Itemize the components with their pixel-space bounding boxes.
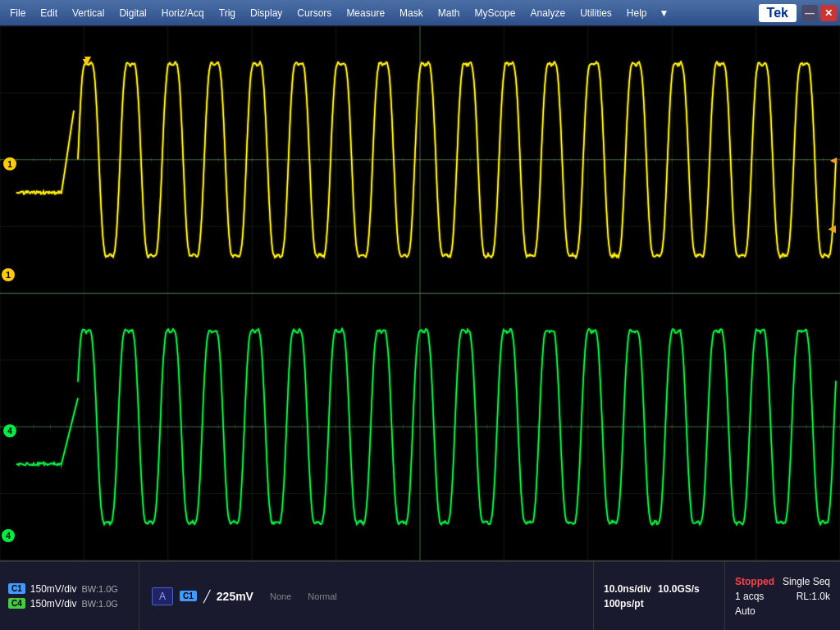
- trigger-marker: ▼: [82, 52, 94, 66]
- menu-measure[interactable]: Measure: [340, 5, 391, 21]
- ch1-badge: C1: [8, 583, 25, 594]
- trigger-edge-icon: ╱: [203, 590, 210, 603]
- channel-info-section: C1 150mV/div BW:1.0G C4 150mV/div BW:1.0…: [0, 562, 139, 630]
- menu-digital[interactable]: Digital: [112, 5, 153, 21]
- trigger-source-badge: C1: [180, 591, 197, 601]
- waveform-canvas[interactable]: [0, 26, 840, 560]
- acq-status-row: Stopped Single Seq: [735, 576, 830, 587]
- acq-count-row: 1 acqs RL:1.0k: [735, 591, 830, 602]
- titlebar: File Edit Vertical Digital Horiz/Acq Tri…: [0, 0, 840, 26]
- acq-status: Stopped: [735, 576, 774, 587]
- acq-count: 1 acqs: [735, 591, 764, 602]
- status-bar: C1 150mV/div BW:1.0G C4 150mV/div BW:1.0…: [0, 560, 840, 630]
- acq-trigger-mode: Auto: [735, 605, 756, 617]
- ch1-volts-div: 150mV/div: [30, 583, 77, 595]
- menu-utilities[interactable]: Utilities: [573, 5, 619, 21]
- ch4-badge: C4: [8, 598, 25, 609]
- menu-mask[interactable]: Mask: [393, 5, 430, 21]
- ch4-volts-div: 150mV/div: [30, 598, 77, 609]
- trigger-mode-indicator: A: [152, 587, 173, 605]
- acquisition-section: Stopped Single Seq 1 acqs RL:1.0k Auto: [725, 562, 840, 630]
- trigger-level-arrow: ◄: [825, 221, 838, 236]
- window-controls: — ✕: [801, 5, 837, 21]
- ch1-status-row: C1 150mV/div BW:1.0G: [8, 583, 130, 595]
- record-length-row: 100ps/pt: [604, 598, 714, 609]
- menu-horiz-acq[interactable]: Horiz/Acq: [155, 5, 211, 21]
- ch1-label: 1: [2, 268, 15, 281]
- time-div-value: 10.0ns/div: [604, 583, 651, 595]
- ch1-bw: BW:1.0G: [82, 584, 118, 594]
- ch4-bw: BW:1.0G: [82, 599, 118, 609]
- oscilloscope-container: ▼ 1 4 ◄ C1 150mV/div BW:1.0G C4 150mV/di…: [0, 26, 840, 630]
- menu-bar: File Edit Vertical Digital Horiz/Acq Tri…: [3, 5, 759, 21]
- trigger-type-label: None: [270, 591, 291, 601]
- close-button[interactable]: ✕: [820, 5, 837, 21]
- trigger-display: A C1 ╱ 225mV: [152, 587, 253, 605]
- ch4-status-row: C4 150mV/div BW:1.0G: [8, 598, 130, 609]
- timebase-section: 10.0ns/div 10.0GS/s 100ps/pt: [594, 562, 725, 630]
- menu-help[interactable]: Help: [620, 5, 654, 21]
- menu-trig[interactable]: Trig: [212, 5, 242, 21]
- acq-trigger-mode-row: Auto: [735, 605, 830, 617]
- acq-mode: Single Seq: [783, 576, 830, 587]
- trigger-info-section: A C1 ╱ 225mV None Normal: [139, 562, 594, 630]
- menu-file[interactable]: File: [3, 5, 32, 21]
- menu-cursors[interactable]: Cursors: [290, 5, 338, 21]
- time-div-row: 10.0ns/div 10.0GS/s: [604, 583, 714, 595]
- menu-dropdown[interactable]: ▼: [655, 5, 673, 21]
- minimize-button[interactable]: —: [801, 5, 818, 21]
- menu-vertical[interactable]: Vertical: [66, 5, 111, 21]
- trigger-mode-row: None Normal: [270, 591, 337, 601]
- sample-rate-value: 10.0GS/s: [658, 583, 700, 595]
- acq-rl: RL:1.0k: [797, 591, 830, 602]
- menu-math[interactable]: Math: [431, 5, 467, 21]
- record-length-value: 100ps/pt: [604, 598, 644, 609]
- waveform-display[interactable]: ▼ 1 4 ◄: [0, 26, 840, 560]
- ch4-label: 4: [2, 529, 15, 542]
- trigger-coupling-label: Normal: [308, 591, 336, 601]
- menu-display[interactable]: Display: [244, 5, 289, 21]
- menu-myscope[interactable]: MyScope: [468, 5, 522, 21]
- tek-logo: Tek: [759, 4, 797, 22]
- menu-analyze[interactable]: Analyze: [523, 5, 572, 21]
- menu-edit[interactable]: Edit: [34, 5, 64, 21]
- trigger-level-value: 225mV: [217, 590, 253, 603]
